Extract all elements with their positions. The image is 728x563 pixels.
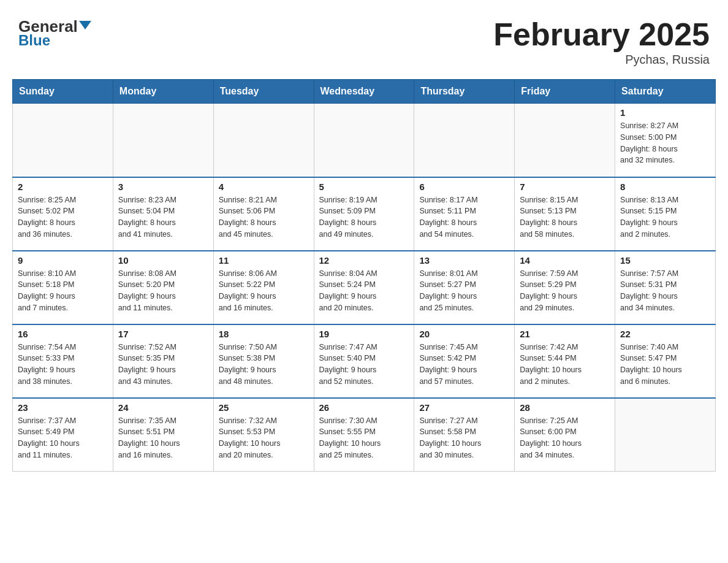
- day-number: 15: [620, 255, 710, 266]
- calendar-table: SundayMondayTuesdayWednesdayThursdayFrid…: [12, 79, 716, 472]
- calendar-day-cell: 2Sunrise: 8:25 AM Sunset: 5:02 PM Daylig…: [13, 177, 113, 251]
- day-info: Sunrise: 7:47 AM Sunset: 5:40 PM Dayligh…: [319, 342, 409, 388]
- day-number: 20: [419, 329, 509, 339]
- day-number: 17: [118, 329, 208, 339]
- calendar-day-cell: 13Sunrise: 8:01 AM Sunset: 5:27 PM Dayli…: [414, 251, 515, 324]
- logo-blue-text: Blue: [18, 32, 50, 49]
- calendar-day-cell: [414, 104, 515, 177]
- day-info: Sunrise: 7:59 AM Sunset: 5:29 PM Dayligh…: [520, 268, 610, 314]
- calendar-day-cell: 22Sunrise: 7:40 AM Sunset: 5:47 PM Dayli…: [615, 324, 716, 398]
- calendar-day-cell: 23Sunrise: 7:37 AM Sunset: 5:49 PM Dayli…: [13, 398, 113, 472]
- calendar-day-cell: 24Sunrise: 7:35 AM Sunset: 5:51 PM Dayli…: [113, 398, 213, 472]
- calendar-day-cell: 12Sunrise: 8:04 AM Sunset: 5:24 PM Dayli…: [314, 251, 414, 324]
- day-number: 2: [18, 182, 108, 192]
- calendar-day-cell: 25Sunrise: 7:32 AM Sunset: 5:53 PM Dayli…: [213, 398, 314, 472]
- day-number: 7: [520, 182, 610, 192]
- weekday-header: Tuesday: [213, 80, 314, 104]
- month-title: February 2025: [493, 18, 710, 50]
- page-header: General Blue February 2025 Pychas, Russi…: [12, 12, 716, 67]
- day-number: 9: [18, 255, 108, 266]
- day-number: 19: [319, 329, 409, 339]
- day-number: 12: [319, 255, 409, 266]
- calendar-day-cell: 11Sunrise: 8:06 AM Sunset: 5:22 PM Dayli…: [213, 251, 314, 324]
- weekday-header: Sunday: [13, 80, 113, 104]
- weekday-header: Friday: [515, 80, 615, 104]
- day-info: Sunrise: 7:52 AM Sunset: 5:35 PM Dayligh…: [118, 342, 208, 388]
- calendar-day-cell: 5Sunrise: 8:19 AM Sunset: 5:09 PM Daylig…: [314, 177, 414, 251]
- calendar-week-row: 16Sunrise: 7:54 AM Sunset: 5:33 PM Dayli…: [13, 324, 716, 398]
- day-number: 21: [520, 329, 610, 339]
- calendar-day-cell: 10Sunrise: 8:08 AM Sunset: 5:20 PM Dayli…: [113, 251, 213, 324]
- day-number: 26: [319, 402, 409, 413]
- day-info: Sunrise: 8:19 AM Sunset: 5:09 PM Dayligh…: [319, 194, 409, 240]
- day-info: Sunrise: 7:50 AM Sunset: 5:38 PM Dayligh…: [219, 342, 309, 388]
- day-info: Sunrise: 7:37 AM Sunset: 5:49 PM Dayligh…: [18, 415, 108, 461]
- day-number: 5: [319, 182, 409, 192]
- day-number: 16: [18, 329, 108, 339]
- calendar-week-row: 2Sunrise: 8:25 AM Sunset: 5:02 PM Daylig…: [13, 177, 716, 251]
- calendar-day-cell: 9Sunrise: 8:10 AM Sunset: 5:18 PM Daylig…: [13, 251, 113, 324]
- calendar-day-cell: 14Sunrise: 7:59 AM Sunset: 5:29 PM Dayli…: [515, 251, 615, 324]
- day-info: Sunrise: 8:21 AM Sunset: 5:06 PM Dayligh…: [219, 194, 309, 240]
- calendar-week-row: 1Sunrise: 8:27 AM Sunset: 5:00 PM Daylig…: [13, 104, 716, 177]
- day-info: Sunrise: 7:25 AM Sunset: 6:00 PM Dayligh…: [520, 415, 610, 461]
- calendar-day-cell: [13, 104, 113, 177]
- day-info: Sunrise: 8:01 AM Sunset: 5:27 PM Dayligh…: [419, 268, 509, 314]
- day-number: 6: [419, 182, 509, 192]
- calendar-day-cell: 17Sunrise: 7:52 AM Sunset: 5:35 PM Dayli…: [113, 324, 213, 398]
- day-info: Sunrise: 8:17 AM Sunset: 5:11 PM Dayligh…: [419, 194, 509, 240]
- calendar-day-cell: [515, 104, 615, 177]
- day-info: Sunrise: 7:27 AM Sunset: 5:58 PM Dayligh…: [419, 415, 509, 461]
- calendar-day-cell: 3Sunrise: 8:23 AM Sunset: 5:04 PM Daylig…: [113, 177, 213, 251]
- day-info: Sunrise: 8:25 AM Sunset: 5:02 PM Dayligh…: [18, 194, 108, 240]
- day-info: Sunrise: 8:15 AM Sunset: 5:13 PM Dayligh…: [520, 194, 610, 240]
- weekday-header: Monday: [113, 80, 213, 104]
- day-info: Sunrise: 7:40 AM Sunset: 5:47 PM Dayligh…: [620, 342, 710, 388]
- day-number: 27: [419, 402, 509, 413]
- day-info: Sunrise: 7:32 AM Sunset: 5:53 PM Dayligh…: [219, 415, 309, 461]
- weekday-header: Thursday: [414, 80, 515, 104]
- day-info: Sunrise: 8:13 AM Sunset: 5:15 PM Dayligh…: [620, 194, 710, 240]
- day-number: 4: [219, 182, 309, 192]
- day-info: Sunrise: 7:57 AM Sunset: 5:31 PM Dayligh…: [620, 268, 710, 314]
- calendar-day-cell: 26Sunrise: 7:30 AM Sunset: 5:55 PM Dayli…: [314, 398, 414, 472]
- weekday-header-row: SundayMondayTuesdayWednesdayThursdayFrid…: [13, 80, 716, 104]
- day-info: Sunrise: 8:08 AM Sunset: 5:20 PM Dayligh…: [118, 268, 208, 314]
- day-number: 1: [620, 107, 710, 118]
- day-number: 10: [118, 255, 208, 266]
- calendar-day-cell: 28Sunrise: 7:25 AM Sunset: 6:00 PM Dayli…: [515, 398, 615, 472]
- calendar-day-cell: 18Sunrise: 7:50 AM Sunset: 5:38 PM Dayli…: [213, 324, 314, 398]
- day-number: 23: [18, 402, 108, 413]
- calendar-day-cell: [615, 398, 716, 472]
- location: Pychas, Russia: [493, 53, 710, 67]
- day-info: Sunrise: 7:35 AM Sunset: 5:51 PM Dayligh…: [118, 415, 208, 461]
- calendar-week-row: 23Sunrise: 7:37 AM Sunset: 5:49 PM Dayli…: [13, 398, 716, 472]
- calendar-day-cell: 20Sunrise: 7:45 AM Sunset: 5:42 PM Dayli…: [414, 324, 515, 398]
- calendar-day-cell: 6Sunrise: 8:17 AM Sunset: 5:11 PM Daylig…: [414, 177, 515, 251]
- day-info: Sunrise: 8:10 AM Sunset: 5:18 PM Dayligh…: [18, 268, 108, 314]
- calendar-day-cell: [314, 104, 414, 177]
- day-info: Sunrise: 7:54 AM Sunset: 5:33 PM Dayligh…: [18, 342, 108, 388]
- day-info: Sunrise: 8:23 AM Sunset: 5:04 PM Dayligh…: [118, 194, 208, 240]
- calendar-day-cell: 19Sunrise: 7:47 AM Sunset: 5:40 PM Dayli…: [314, 324, 414, 398]
- calendar-week-row: 9Sunrise: 8:10 AM Sunset: 5:18 PM Daylig…: [13, 251, 716, 324]
- day-info: Sunrise: 7:30 AM Sunset: 5:55 PM Dayligh…: [319, 415, 409, 461]
- day-info: Sunrise: 7:42 AM Sunset: 5:44 PM Dayligh…: [520, 342, 610, 388]
- day-info: Sunrise: 8:27 AM Sunset: 5:00 PM Dayligh…: [620, 120, 710, 166]
- day-number: 24: [118, 402, 208, 413]
- logo: General Blue: [18, 18, 91, 49]
- logo-triangle-icon: [79, 21, 91, 29]
- calendar-day-cell: 8Sunrise: 8:13 AM Sunset: 5:15 PM Daylig…: [615, 177, 716, 251]
- calendar-day-cell: 27Sunrise: 7:27 AM Sunset: 5:58 PM Dayli…: [414, 398, 515, 472]
- calendar-day-cell: 7Sunrise: 8:15 AM Sunset: 5:13 PM Daylig…: [515, 177, 615, 251]
- weekday-header: Saturday: [615, 80, 716, 104]
- calendar-day-cell: [213, 104, 314, 177]
- day-number: 28: [520, 402, 610, 413]
- day-info: Sunrise: 7:45 AM Sunset: 5:42 PM Dayligh…: [419, 342, 509, 388]
- day-number: 25: [219, 402, 309, 413]
- calendar-day-cell: 4Sunrise: 8:21 AM Sunset: 5:06 PM Daylig…: [213, 177, 314, 251]
- day-number: 8: [620, 182, 710, 192]
- calendar-day-cell: 15Sunrise: 7:57 AM Sunset: 5:31 PM Dayli…: [615, 251, 716, 324]
- day-number: 3: [118, 182, 208, 192]
- day-number: 18: [219, 329, 309, 339]
